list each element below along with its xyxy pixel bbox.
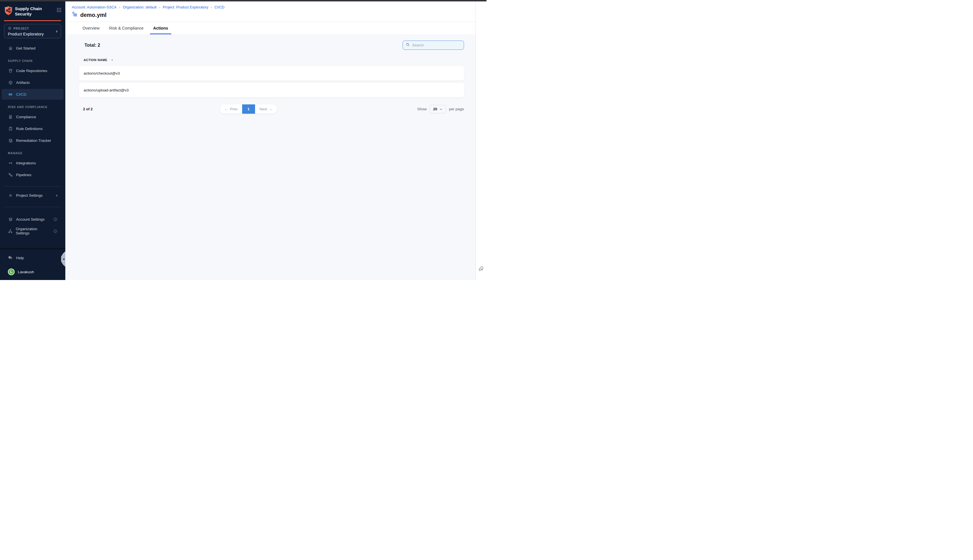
sidebar-item-label: Organization Settings (16, 227, 50, 235)
code-repository-icon (8, 68, 13, 73)
sidebar-item-rule-definitions[interactable]: Rule Definitions (2, 123, 63, 134)
chevron-right-icon: › (56, 29, 57, 34)
sidebar-item-label: Pipelines (16, 173, 32, 177)
sidebar-item-label: Integrations (16, 161, 36, 165)
project-name: Product Exploratory (8, 32, 43, 36)
sidebar-item-label: Project Settings (16, 193, 43, 198)
sidebar-item-integrations[interactable]: Integrations (2, 158, 63, 168)
sidebar-item-label: Compliance (16, 115, 36, 119)
info-icon[interactable] (53, 229, 57, 233)
module-switcher-grid-icon[interactable] (57, 8, 62, 13)
tab-actions[interactable]: Actions (152, 22, 169, 34)
tab-bar: Overview Risk & Compliance Actions (65, 22, 476, 34)
infinity-cicd-icon: ∞ (8, 92, 13, 97)
main-panel: Account: Automation-SSCA › Organization:… (65, 2, 476, 280)
brand-header: Supply Chain Security (0, 2, 65, 17)
table-row[interactable]: actions/checkout@v3 (79, 66, 464, 80)
sidebar-item-label: Account Settings (16, 217, 45, 222)
arrow-left-icon: ← (224, 107, 228, 111)
sidebar-item-compliance[interactable]: Compliance (2, 112, 63, 122)
search-input[interactable] (412, 43, 461, 47)
actions-content: Total: 2 ACTION NAME ▼ a (65, 34, 476, 280)
artifacts-cube-icon (8, 80, 13, 85)
breadcrumb-organization-link[interactable]: Organization: default (123, 5, 157, 9)
integrations-branch-icon (8, 161, 13, 165)
tab-label: Actions (153, 26, 168, 30)
pagination: ← Prev 1 Next → (220, 104, 277, 114)
collapse-arrow-icon: ◀ (62, 258, 64, 260)
page-header: Account: Automation-SSCA › Organization:… (65, 2, 476, 22)
search-box[interactable] (402, 40, 464, 50)
sidebar-nav: Get Started SUPPLY CHAIN Code Repositori… (0, 43, 65, 237)
tab-label: Overview (82, 26, 99, 30)
module-title-line1: Supply Chain (15, 6, 42, 11)
sidebar-item-cicd[interactable]: ∞ CI/CD (2, 89, 63, 100)
table-row[interactable]: actions/upload-artifact@v3 (79, 83, 464, 97)
chevron-down-icon (439, 107, 442, 111)
page-size-value: 20 (433, 107, 437, 111)
prev-label: Prev (230, 107, 238, 111)
project-selector-info: PROJECT Product Exploratory (8, 26, 43, 36)
sidebar-divider (5, 207, 61, 207)
page-size-zone: Show 20 per page (417, 105, 464, 113)
sidebar-item-remediation-tracker[interactable]: Remediation Tracker (2, 135, 63, 146)
pagination-next-button[interactable]: Next → (255, 104, 277, 114)
sidebar-item-account-settings[interactable]: Account Settings (2, 214, 63, 225)
user-name: Lavakush (18, 270, 34, 274)
right-panel-strip (476, 2, 486, 280)
module-title-line2: Security (15, 11, 42, 17)
actions-table: actions/checkout@v3 actions/upload-artif… (79, 66, 464, 97)
project-selector[interactable]: PROJECT Product Exploratory › (4, 24, 61, 38)
brand-accent-divider (4, 20, 61, 21)
box-tag-icon (8, 138, 13, 143)
layers-gear-icon (8, 217, 13, 222)
sidebar-item-help[interactable]: Help (2, 252, 63, 263)
sidebar-item-artifacts[interactable]: Artifacts (2, 77, 63, 88)
table-column-header[interactable]: ACTION NAME ▼ (83, 58, 464, 62)
app-window: Supply Chain Security (0, 0, 486, 280)
breadcrumb-separator-icon: › (119, 5, 120, 9)
tab-risk-and-compliance[interactable]: Risk & Compliance (108, 22, 145, 34)
sidebar-item-label: CI/CD (16, 92, 27, 97)
sidebar-item-label: Help (16, 256, 24, 260)
pipelines-flow-icon (8, 173, 13, 177)
help-chat-icon (8, 255, 13, 260)
document-search-icon (8, 115, 13, 119)
pagination-page-1-button[interactable]: 1 (242, 104, 255, 114)
user-profile[interactable]: L Lavakush (2, 267, 63, 277)
breadcrumb-account-link[interactable]: Account: Automation-SSCA (72, 5, 117, 9)
sort-descending-icon[interactable]: ▼ (111, 59, 113, 62)
support-chat-bubbles-icon[interactable] (478, 266, 484, 273)
next-label: Next (260, 107, 267, 111)
breadcrumb-separator-icon: › (211, 5, 212, 9)
tab-overview[interactable]: Overview (81, 22, 100, 34)
title-row: demo.yml (72, 11, 469, 18)
clipboard-check-icon (8, 127, 13, 131)
sidebar-item-project-settings[interactable]: Project Settings › (2, 190, 63, 201)
sidebar: Supply Chain Security (0, 2, 65, 280)
info-icon[interactable] (53, 217, 57, 222)
breadcrumb-separator-icon: › (159, 5, 160, 9)
page-size-select[interactable]: 20 (430, 105, 446, 113)
module-title: Supply Chain Security (15, 6, 42, 17)
page-title: demo.yml (80, 12, 107, 18)
sidebar-item-label: Code Repositories (16, 69, 47, 73)
sidebar-item-pipelines[interactable]: Pipelines (2, 169, 63, 180)
breadcrumb-cicd-link[interactable]: CI/CD (215, 5, 224, 9)
supply-chain-security-logo-icon (4, 6, 13, 17)
sidebar-footer: Help L Lavakush (0, 248, 65, 280)
pagination-prev-button[interactable]: ← Prev (220, 104, 242, 114)
chevron-right-icon: › (56, 193, 57, 198)
sidebar-section-manage: MANAGE (8, 152, 65, 155)
breadcrumb: Account: Automation-SSCA › Organization:… (72, 5, 469, 9)
sidebar-item-label: Remediation Tracker (16, 138, 51, 143)
sidebar-item-get-started[interactable]: Get Started (2, 43, 63, 53)
breadcrumb-project-link[interactable]: Project: Product Exploratory (163, 5, 209, 9)
active-tab-underline (150, 33, 172, 34)
total-count-label: Total: 2 (85, 43, 100, 48)
sidebar-item-code-repositories[interactable]: Code Repositories (2, 65, 63, 76)
results-range-label: 2 of 2 (83, 107, 93, 111)
sidebar-item-organization-settings[interactable]: Organization Settings (2, 226, 63, 237)
pagination-bar: 2 of 2 ← Prev 1 Next → Show (79, 104, 464, 114)
home-icon (8, 46, 13, 51)
